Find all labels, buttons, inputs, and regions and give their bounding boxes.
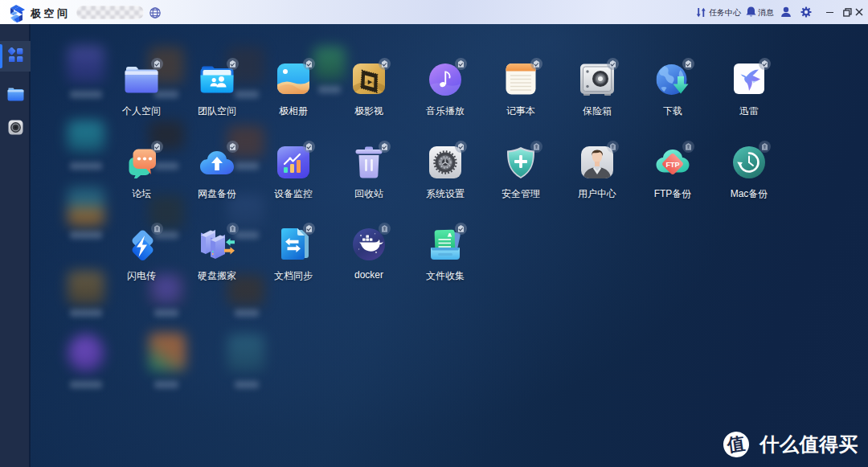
svg-text:FTP: FTP <box>666 161 680 169</box>
